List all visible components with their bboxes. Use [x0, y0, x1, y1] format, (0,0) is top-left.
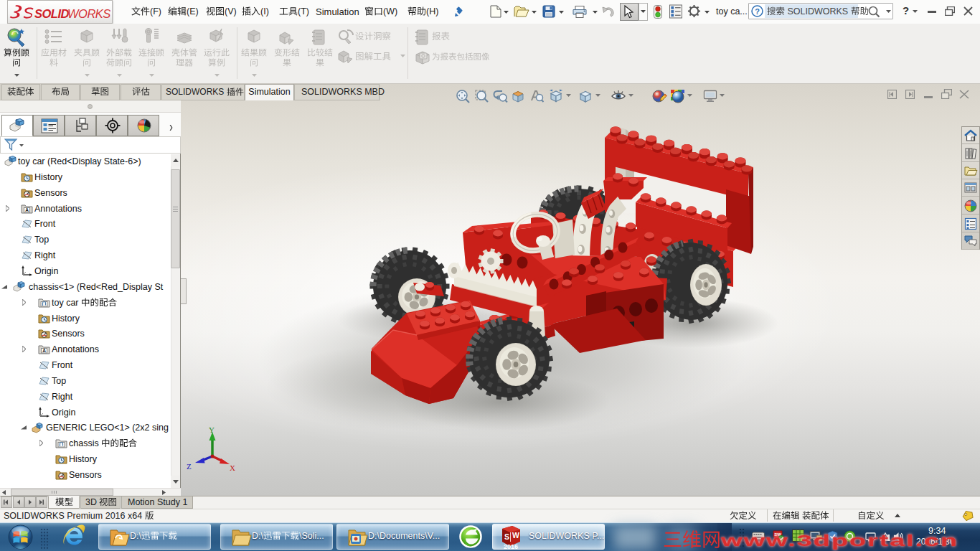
svg-text:?: ? [755, 7, 760, 16]
svg-text:Z: Z [187, 462, 192, 471]
svg-text:W: W [512, 531, 519, 540]
svg-text:WORKS: WORKS [67, 7, 110, 20]
svg-text:2016: 2016 [504, 543, 518, 550]
svg-text:Y: Y [209, 425, 215, 434]
svg-text:A: A [42, 348, 46, 353]
svg-text:S: S [504, 532, 509, 541]
svg-text:SOLID: SOLID [34, 7, 70, 20]
svg-text:A: A [25, 207, 29, 212]
svg-text:X: X [230, 463, 235, 472]
